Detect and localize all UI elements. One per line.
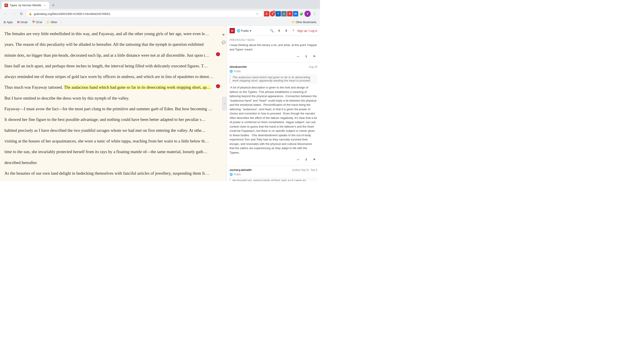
main-content: The females are very little embellished … (0, 26, 320, 181)
annotation-item-1: PREVIOUSLY SEEN I keep thinking about th… (227, 36, 320, 62)
ext-badge-off: off (273, 10, 276, 14)
ann1-actions: ↩ ⬆ ⚑ (230, 53, 317, 60)
paragraph-5: Thus much was Fayaway tattooed. The auda… (4, 84, 227, 91)
active-tab[interactable]: P Typee, by Herman Melville × (2, 2, 49, 9)
paragraph-4: always reminded me of those stripes of g… (4, 73, 227, 80)
ann3-visibility: 🌐 Public (230, 173, 317, 176)
ext-icon-7[interactable]: 🧩 (299, 11, 304, 16)
address-bar-actions: ☆ (254, 11, 260, 17)
gcal-icon: 📅 (32, 21, 35, 24)
ann1-share-button[interactable]: ⬆ (303, 53, 309, 60)
chevron-down-icon: ▾ (250, 29, 251, 32)
bookmark-gmail-label: Gmail (20, 21, 27, 24)
visibility-label: Public (241, 29, 249, 32)
ann2-visibility-label: Public (234, 70, 241, 73)
ann3-date: (edited Sep 8) Sep 8 (292, 168, 317, 172)
ext-icon-4[interactable]: ⊞ (281, 11, 287, 16)
paragraph-6: But I have omitted to describe the dress… (4, 95, 227, 102)
annotation-panel: H 🌐 Public ▾ 🔍 ⬆ ⬆ ? Sign up / Log in PR… (227, 26, 320, 181)
eye-icon-btn[interactable]: 👁 (220, 32, 227, 38)
ext-icon-2[interactable]: A off (270, 11, 275, 16)
paragraph-10: visiting at the houses of her acquaintan… (4, 138, 227, 145)
address-bar-row: ← → ↻ 🔒 gutenberg.org/files/1900/1900-h/… (0, 9, 320, 19)
paragraph-7: Fayaway—I must avow the fact—for the mos… (4, 105, 227, 112)
ann3-date-edited: (edited Sep 8) (292, 168, 309, 172)
ann2-quote: The audacious hand which had gone so far… (230, 74, 317, 84)
ann1-prev-label: PREVIOUSLY SEEN (230, 38, 317, 42)
ext-icon-6[interactable]: 20 (293, 11, 298, 16)
chrome-menu-button[interactable]: ⋮ (311, 10, 318, 17)
ext-icon-1[interactable]: G (264, 11, 269, 16)
ann3-date-val: Sep 8 (310, 168, 317, 172)
tab-favicon: P (4, 4, 8, 7)
bookmark-other-label: Other (51, 21, 57, 24)
new-tab-button[interactable]: + (50, 2, 56, 8)
other-bookmarks-folder-icon: 📁 (292, 21, 295, 24)
inline-count-badge-2: 1 (216, 84, 220, 88)
chevron-right-icon: › (224, 101, 225, 106)
ann1-reply-button[interactable]: ↩ (295, 53, 301, 60)
hyp-filter-button[interactable]: ⬆ (283, 28, 289, 34)
ann3-user-row: zachary.abisalih (edited Sep 8) Sep 8 (230, 168, 317, 172)
extension-icons: G A off T ⊞ R 20 🧩 V ⋮ (264, 10, 318, 17)
profile-avatar[interactable]: V (304, 11, 311, 17)
bookmark-apps[interactable]: ⊞ Apps (2, 20, 14, 24)
annotation-item-3: zachary.abisalih (edited Sep 8) Sep 8 🌐 … (227, 166, 320, 181)
paragraph-9: habited precisely as I have described th… (4, 127, 227, 134)
star-button[interactable]: ☆ (254, 11, 260, 17)
tab-bar: P Typee, by Herman Melville × + (0, 0, 320, 9)
inline-count-badge-1: 1 (216, 52, 220, 56)
paragraph-0: The females are very little embellished … (4, 30, 227, 37)
reading-pane[interactable]: The females are very little embellished … (0, 26, 227, 181)
ann2-flag-button[interactable]: ⚑ (311, 156, 317, 163)
paragraph-8: It showed her fine figure to the best po… (4, 116, 227, 123)
ann2-date: Aug 29 (309, 65, 317, 68)
bookmark-gcal[interactable]: 📅 GCal (30, 20, 44, 24)
hypothesis-header: H 🌐 Public ▾ 🔍 ⬆ ⬆ ? Sign up / Log in (227, 26, 320, 36)
annotate-icon-btn[interactable]: 💬 (220, 40, 227, 46)
bookmark-gcal-label: GCal (36, 21, 42, 24)
hyp-sort-button[interactable]: ⬆ (276, 28, 282, 34)
url-text: gutenberg.org/files/1900/1900-h/1900-h.h… (34, 12, 252, 16)
tab-close-button[interactable]: × (43, 4, 46, 7)
ann3-globe-icon: 🌐 (230, 173, 233, 176)
address-bar[interactable]: 🔒 gutenberg.org/files/1900/1900-h/1900-h… (26, 10, 263, 17)
bookmark-apps-label: Apps (7, 21, 13, 24)
hyp-signup-link[interactable]: Sign up / Log in (297, 29, 317, 32)
other-bookmarks-label: Other Bookmarks (296, 21, 316, 24)
ann2-visibility: 🌐 Public (230, 70, 317, 73)
ext-icon-5[interactable]: R (287, 11, 292, 16)
reading-pane-icons: 👁 💬 (220, 30, 227, 46)
hypothesis-logo: H (230, 28, 235, 33)
ann2-globe-icon: 🌐 (230, 70, 233, 73)
ext-icon-3[interactable]: T (276, 11, 281, 16)
ann2-text: -A lot of physical description is given … (230, 85, 317, 155)
gmail-icon: M (17, 20, 20, 24)
annotations-list[interactable]: PREVIOUSLY SEEN I keep thinking about th… (227, 36, 320, 181)
bookmarks-bar: ⊞ Apps M Gmail 📅 GCal 📁 Other 📁 Other Bo… (0, 19, 320, 26)
paragraph-1: years. The reason of this peculiarity wi… (4, 41, 227, 48)
bookmark-gmail[interactable]: M Gmail (15, 20, 29, 24)
tab-title: Typee, by Herman Melville (10, 4, 41, 7)
hyp-search-button[interactable]: 🔍 (269, 28, 275, 34)
hyp-help-button[interactable]: ? (290, 28, 296, 34)
ann3-username: zachary.abisalih (230, 168, 252, 172)
back-button[interactable]: ← (2, 10, 9, 17)
sidebar-toggle-button[interactable]: › (222, 97, 227, 110)
ann2-user-row: elisekuechle Aug 29 (230, 65, 317, 68)
ann2-share-button[interactable]: ⬆ (303, 156, 309, 163)
globe-icon: 🌐 (237, 29, 240, 32)
lock-icon: 🔒 (29, 12, 32, 15)
other-bookmarks[interactable]: 📁 Other Bookmarks (290, 20, 318, 24)
paragraph-13: As the beauties of our own land delight … (4, 170, 227, 177)
bookmark-other[interactable]: 📁 Other (45, 20, 59, 24)
visibility-selector[interactable]: 🌐 Public ▾ (237, 29, 251, 32)
ann1-text: I keep thinking about this binary a lot,… (230, 43, 317, 52)
ann3-quote: He brought out, various kinds of food; a… (230, 177, 317, 181)
ann2-reply-button[interactable]: ↩ (295, 156, 301, 163)
ann1-flag-button[interactable]: ⚑ (311, 53, 317, 60)
paragraph-11: time to the sun, she invariably protecte… (4, 148, 227, 155)
refresh-button[interactable]: ↻ (18, 10, 25, 17)
forward-button[interactable]: → (10, 10, 17, 17)
hypothesis-header-actions: 🔍 ⬆ ⬆ ? Sign up / Log in (269, 28, 317, 34)
